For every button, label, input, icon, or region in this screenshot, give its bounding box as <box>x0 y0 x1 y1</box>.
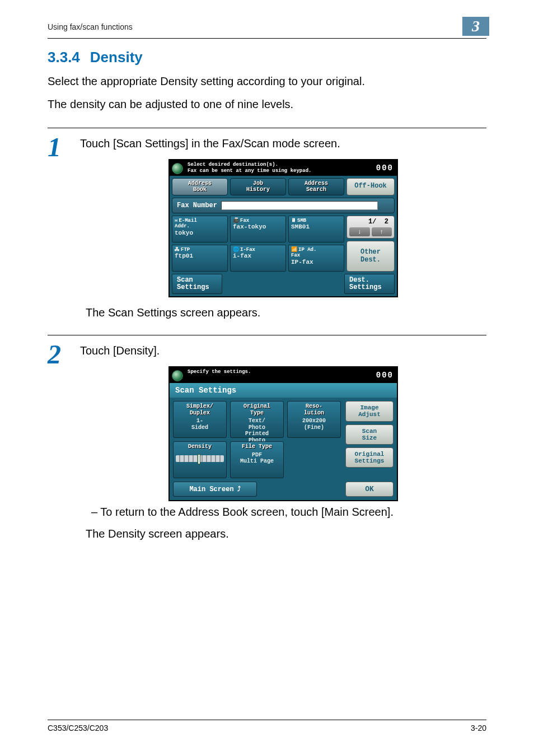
scan-settings-header: Scan Settings <box>170 383 397 398</box>
tab-job-history[interactable]: JobHistory <box>230 178 286 195</box>
dest-settings-button[interactable]: Dest.Settings <box>344 274 395 294</box>
panel1-message-2: Fax can be sent at any time using keypad… <box>188 168 372 174</box>
email-icon: ✉ <box>175 218 177 223</box>
ifax-icon: 🌐 <box>233 247 239 253</box>
step-2: 2 Touch [Density]. Specify the settings.… <box>48 335 486 540</box>
fax-number-input[interactable] <box>221 201 378 210</box>
off-hook-button[interactable]: Off-Hook <box>346 178 395 195</box>
ftp-icon: 🖧 <box>175 247 180 253</box>
step-2-number: 2 <box>48 341 70 540</box>
density-button[interactable]: Density <box>173 441 227 478</box>
density-label: Density <box>176 444 224 450</box>
ok-button[interactable]: OK <box>345 482 394 497</box>
step-1-number: 1 <box>48 134 70 319</box>
globe-icon <box>172 163 183 174</box>
return-up-icon: ⤴ <box>237 485 241 493</box>
file-type-label: File Type <box>233 444 281 450</box>
dest-ftp-value: ftp01 <box>175 253 193 259</box>
dest-fax-value: fax-tokyo <box>233 223 266 230</box>
resolution-button[interactable]: Reso-lution 200x200(Fine) <box>287 401 341 438</box>
other-dest-button[interactable]: OtherDest. <box>346 241 395 272</box>
intro-paragraph-2: The density can be adjusted to one of ni… <box>48 97 486 112</box>
dest-email[interactable]: ✉E-MailAddr. tokyo <box>172 216 228 242</box>
tab-address-book[interactable]: AddressBook <box>172 178 228 195</box>
scan-settings-screen: Specify the settings. 000 Scan Settings … <box>168 366 398 501</box>
original-type-button[interactable]: OriginalType Text/PhotoPrintedPhoto <box>230 401 284 438</box>
footer-page: 3-20 <box>471 724 486 732</box>
scan-settings-button[interactable]: ScanSettings <box>172 274 222 294</box>
tab-address-search[interactable]: AddressSearch <box>288 178 344 195</box>
pager-total: 2 <box>385 218 388 226</box>
intro-paragraph-1: Select the appropriate Density setting a… <box>48 74 486 89</box>
pager: 1/ 2 ↓ ↑ <box>346 216 395 239</box>
dest-smb-value: SMB01 <box>291 223 310 230</box>
chapter-number-badge: 3 <box>462 17 489 36</box>
smb-icon: 🖥 <box>291 218 296 223</box>
original-settings-button[interactable]: OriginalSettings <box>345 447 394 468</box>
step-2-sub: – To return to the Address Book screen, … <box>91 506 486 519</box>
fax-number-label: Fax Number <box>177 202 217 209</box>
simplex-duplex-button[interactable]: Simplex/Duplex 1-Sided <box>173 401 227 438</box>
main-screen-button[interactable]: Main Screen ⤴ <box>173 482 257 497</box>
fax-number-row: Fax Number <box>172 198 395 213</box>
dest-smb-label: SMB <box>297 218 306 223</box>
ipfax-icon: 📶 <box>291 247 297 253</box>
panel1-message-1: Select desired destination(s). <box>188 162 372 168</box>
step-2-after: The Density screen appears. <box>86 528 486 540</box>
section-title: 3.3.4Density <box>48 49 486 66</box>
pager-up-button[interactable]: ↑ <box>372 227 392 236</box>
resolution-value: 200x200(Fine) <box>290 418 338 431</box>
step-2-text: Touch [Density]. <box>80 344 486 357</box>
pager-down-button[interactable]: ↓ <box>349 227 370 236</box>
original-type-label: OriginalType <box>233 403 281 416</box>
resolution-label: Reso-lution <box>290 403 338 416</box>
dest-ipfax-value: IP-fax <box>291 259 313 265</box>
file-type-value: PDFMulti Page <box>233 452 281 465</box>
step-1-text: Touch [Scan Settings] in the Fax/Scan mo… <box>80 137 486 150</box>
image-adjust-button[interactable]: ImageAdjust <box>345 401 394 421</box>
section-name: Density <box>90 49 143 66</box>
step-1: 1 Touch [Scan Settings] in the Fax/Scan … <box>48 128 486 319</box>
dest-ifax[interactable]: 🌐I-Fax i-fax <box>230 245 286 272</box>
scan-size-button[interactable]: ScanSize <box>345 424 394 445</box>
dest-fax[interactable]: 📠Fax fax-tokyo <box>230 216 286 242</box>
dest-ipfax[interactable]: 📶IP Ad.Fax IP-fax <box>288 245 344 272</box>
breadcrumb: Using fax/scan functions <box>48 22 133 31</box>
footer-model: C353/C253/C203 <box>48 724 108 732</box>
panel2-counter: 000 <box>376 371 394 380</box>
dest-ifax-label: I-Fax <box>240 247 255 253</box>
file-type-button[interactable]: File Type PDFMulti Page <box>230 441 284 478</box>
step-1-after: The Scan Settings screen appears. <box>86 306 486 319</box>
section-number: 3.3.4 <box>48 49 80 66</box>
simplex-duplex-label: Simplex/Duplex <box>176 403 224 416</box>
dest-ftp-label: FTP <box>181 247 190 253</box>
dest-email-value: tokyo <box>175 230 193 236</box>
fax-icon: 📠 <box>233 218 239 223</box>
empty-cell <box>287 441 341 478</box>
fax-scan-screen: Select desired destination(s). Fax can b… <box>168 159 398 297</box>
dest-ifax-value: i-fax <box>233 253 251 259</box>
pager-sep: / <box>372 218 376 226</box>
panel2-message-1: Specify the settings. <box>188 369 372 375</box>
dest-ftp[interactable]: 🖧FTP ftp01 <box>172 245 228 272</box>
dest-smb[interactable]: 🖥SMB SMB01 <box>288 216 344 242</box>
density-level-indicator <box>176 455 224 462</box>
dest-email-label: E-MailAddr. <box>175 218 197 229</box>
panel1-counter: 000 <box>376 164 394 172</box>
main-screen-label: Main Screen <box>189 486 233 493</box>
original-type-value: Text/PhotoPrintedPhoto <box>233 418 281 444</box>
dest-fax-label: Fax <box>240 218 249 223</box>
globe-icon <box>172 370 183 381</box>
simplex-duplex-value: 1-Sided <box>176 418 224 431</box>
